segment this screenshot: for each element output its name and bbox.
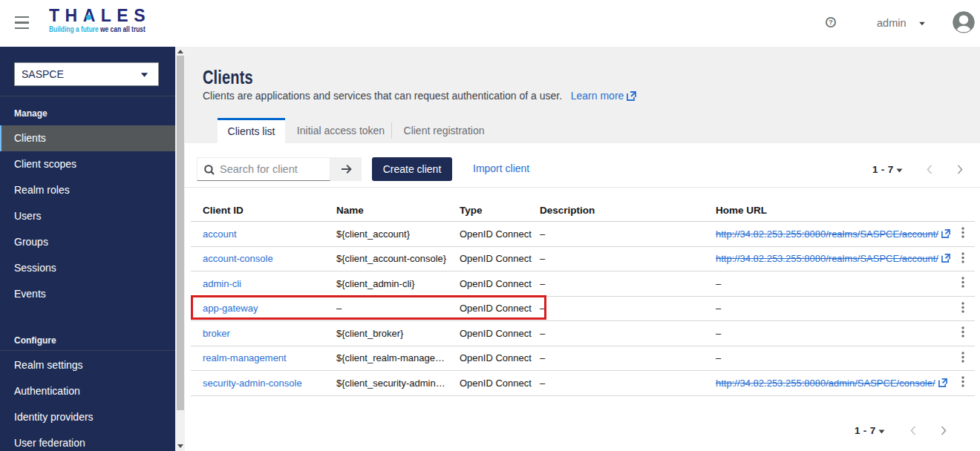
svg-text:?: ? [829, 18, 833, 26]
